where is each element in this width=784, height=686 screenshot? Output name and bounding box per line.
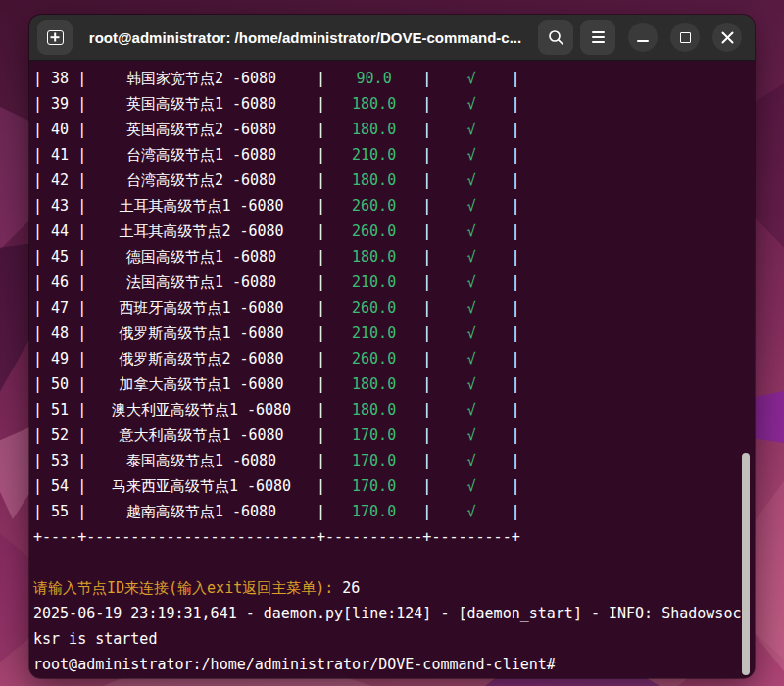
close-button[interactable] (712, 23, 742, 52)
node-name: 台湾高级节点2 -6080 (86, 168, 317, 193)
node-status: √ (431, 448, 511, 473)
check-icon: √ (466, 121, 475, 138)
table-row: |42|台湾高级节点2 -6080|180.0|√| (33, 168, 755, 193)
table-row: |40|英国高级节点2 -6080|180.0|√| (33, 117, 755, 142)
check-icon: √ (466, 350, 475, 368)
node-price: 170.0 (325, 499, 422, 524)
node-name: 俄罗斯高级节点1 -6080 (86, 320, 317, 346)
check-icon: √ (466, 503, 475, 520)
search-icon (548, 29, 564, 46)
check-icon: √ (466, 197, 475, 215)
node-status: √ (431, 397, 511, 422)
check-icon: √ (466, 299, 475, 317)
node-price: 260.0 (325, 219, 422, 244)
search-button[interactable] (538, 20, 573, 55)
node-status: √ (431, 193, 511, 219)
node-price: 170.0 (325, 473, 422, 499)
titlebar[interactable]: root@administrator: /home/administrator/… (29, 15, 755, 61)
node-id: 43 (42, 193, 77, 219)
table-row: |39|英国高级节点1 -6080|180.0|√| (33, 91, 755, 117)
node-id: 50 (42, 371, 77, 397)
table-row: |43|土耳其高级节点1 -6080|260.0|√| (33, 193, 755, 219)
prompt-input-value: 26 (342, 579, 360, 597)
check-icon: √ (466, 324, 475, 342)
close-icon (721, 31, 734, 44)
node-id: 49 (42, 346, 77, 371)
table-row: |48|俄罗斯高级节点1 -6080|210.0|√| (33, 320, 755, 346)
node-id: 47 (42, 295, 77, 320)
table-row: |54|马来西亚高级节点1 -6080|170.0|√| (33, 473, 755, 499)
node-id: 40 (42, 117, 77, 142)
node-id: 46 (42, 270, 77, 295)
node-name: 越南高级节点1 -6080 (86, 499, 317, 524)
node-name: 俄罗斯高级节点2 -6080 (86, 346, 317, 371)
check-icon: √ (466, 375, 475, 393)
node-name: 泰国高级节点1 -6080 (86, 448, 317, 473)
terminal-screen[interactable]: |38|韩国家宽节点2 -6080|90.0|√| |39|英国高级节点1 -6… (29, 61, 755, 677)
node-name: 英国高级节点1 -6080 (86, 91, 317, 117)
check-icon: √ (466, 426, 475, 444)
node-name: 德国高级节点1 -6080 (86, 244, 317, 270)
scrollbar[interactable] (742, 453, 750, 675)
node-price: 180.0 (325, 397, 422, 422)
node-status: √ (431, 270, 511, 295)
node-status: √ (431, 91, 511, 117)
node-id: 53 (42, 448, 77, 473)
terminal-window: root@administrator: /home/administrator/… (29, 15, 755, 678)
node-id: 55 (42, 499, 77, 524)
node-name: 意大利高级节点1 -6080 (86, 422, 317, 448)
node-price: 180.0 (325, 244, 422, 270)
table-row: |50|加拿大高级节点1 -6080|180.0|√| (33, 371, 755, 397)
menu-button[interactable] (580, 20, 615, 55)
node-id: 45 (42, 244, 77, 270)
table-row: |47|西班牙高级节点1 -6080|260.0|√| (33, 295, 755, 320)
node-status: √ (431, 499, 511, 524)
node-price: 180.0 (325, 117, 422, 142)
table-row: |55|越南高级节点1 -6080|170.0|√| (33, 499, 755, 524)
check-icon: √ (466, 477, 475, 495)
log-line: 2025-06-19 23:19:31,641 - daemon.py[line… (33, 601, 755, 626)
node-status: √ (431, 422, 511, 448)
check-icon: √ (466, 70, 475, 87)
table-row: |46|法国高级节点1 -6080|210.0|√| (33, 270, 755, 295)
node-id: 41 (42, 142, 77, 168)
node-price: 210.0 (325, 320, 422, 346)
node-price: 180.0 (325, 91, 422, 117)
node-id: 51 (42, 397, 77, 422)
table-bottom-border: +----+--------------------------+-------… (33, 524, 755, 550)
node-status: √ (431, 244, 511, 270)
node-name: 西班牙高级节点1 -6080 (86, 295, 317, 320)
node-name: 英国高级节点2 -6080 (86, 117, 317, 142)
minimize-button[interactable] (628, 23, 658, 52)
node-id: 48 (42, 320, 77, 346)
node-id: 38 (42, 66, 77, 91)
node-status: √ (431, 320, 511, 346)
table-row: |52|意大利高级节点1 -6080|170.0|√| (33, 422, 755, 448)
shell-prompt: root@administrator:/home/administrator/D… (33, 652, 755, 677)
new-tab-icon (47, 30, 64, 45)
blank-line (33, 550, 755, 575)
new-tab-button[interactable] (37, 20, 73, 55)
check-icon: √ (466, 401, 475, 418)
node-price: 260.0 (325, 346, 422, 371)
check-icon: √ (466, 222, 475, 240)
node-status: √ (431, 66, 511, 91)
table-row: |53|泰国高级节点1 -6080|170.0|√| (33, 448, 755, 473)
check-icon: √ (466, 452, 475, 469)
node-status: √ (431, 346, 511, 371)
node-name: 加拿大高级节点1 -6080 (86, 371, 317, 397)
log-line-wrap: ksr is started (33, 626, 755, 652)
maximize-button[interactable] (670, 23, 700, 52)
menu-icon (592, 31, 605, 43)
node-price: 260.0 (325, 193, 422, 219)
node-name: 韩国家宽节点2 -6080 (86, 66, 317, 91)
node-price: 260.0 (325, 295, 422, 320)
input-prompt-line: 请输入节点ID来连接(输入exit返回主菜单): 26 (33, 575, 755, 601)
check-icon: √ (466, 172, 475, 189)
node-table: |38|韩国家宽节点2 -6080|90.0|√| |39|英国高级节点1 -6… (33, 66, 755, 524)
node-price: 210.0 (325, 270, 422, 295)
node-status: √ (431, 473, 511, 499)
check-icon: √ (466, 95, 475, 113)
node-status: √ (431, 142, 511, 168)
node-id: 39 (42, 91, 77, 117)
